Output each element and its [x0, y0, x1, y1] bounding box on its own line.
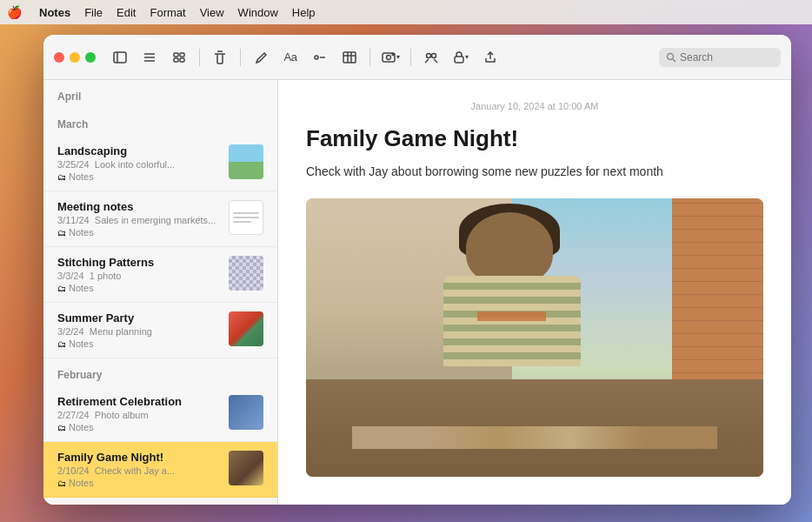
folder-icon-summer: 🗂 — [57, 339, 66, 349]
list-view-button[interactable] — [137, 45, 162, 70]
toolbar-separator-4 — [410, 49, 411, 66]
note-footer-landscaping: 🗂 Notes — [57, 171, 222, 182]
note-meta-landscaping: 3/25/24 Look into colorful... — [57, 159, 222, 170]
note-folder-summer: Notes — [69, 338, 94, 349]
checklist-button[interactable] — [308, 45, 332, 70]
note-item-meeting[interactable]: Meeting notes 3/11/24 Sales in emerging … — [43, 191, 277, 247]
note-folder-landscaping: Notes — [69, 171, 94, 182]
note-folder-meeting: Notes — [69, 227, 94, 238]
note-footer-retirement: 🗂 Notes — [57, 422, 222, 432]
folder-icon-meeting: 🗂 — [57, 228, 66, 238]
table-button[interactable] — [337, 45, 362, 70]
folder-icon-game-night: 🗂 — [57, 478, 66, 488]
note-item-stitching[interactable]: Stitching Patterns 3/3/24 1 photo 🗂 Note… — [43, 247, 277, 303]
svg-rect-11 — [343, 52, 356, 63]
note-thumb-meeting — [229, 200, 263, 235]
scene — [306, 198, 763, 477]
menubar: 🍎 Notes File Edit Format View Window Hel… — [0, 0, 812, 24]
traffic-lights — [54, 52, 96, 63]
svg-rect-20 — [455, 57, 463, 63]
svg-point-21 — [668, 53, 674, 59]
note-footer-summer: 🗂 Notes — [57, 338, 222, 349]
folder-icon-retirement: 🗂 — [57, 423, 66, 432]
search-icon — [666, 52, 676, 63]
note-meta-stitching: 3/3/24 1 photo — [57, 271, 222, 281]
sidebar-toggle-button[interactable] — [108, 45, 132, 70]
scene-person — [397, 212, 626, 393]
sidebar: April March Landscaping 3/25/24 Look int… — [43, 80, 278, 505]
note-detail[interactable]: January 10, 2024 at 10:00 AM Family Game… — [278, 80, 791, 505]
menubar-format[interactable]: Format — [150, 6, 185, 19]
menubar-window[interactable]: Window — [238, 6, 278, 19]
note-info-retirement: Retirement Celebration 2/27/24 Photo alb… — [57, 395, 222, 432]
toolbar-separator-2 — [240, 49, 241, 66]
menubar-edit[interactable]: Edit — [116, 6, 136, 19]
note-thumb-summer — [229, 311, 263, 346]
toolbar-separator-3 — [369, 49, 370, 66]
note-meta-summer: 3/2/24 Menu planning — [57, 326, 222, 337]
note-meta-meeting: 3/11/24 Sales in emerging markets... — [57, 215, 222, 225]
toolbar: Aa ▾ — [43, 35, 791, 80]
close-button[interactable] — [54, 52, 64, 63]
delete-button[interactable] — [208, 45, 232, 70]
menubar-help[interactable]: Help — [292, 6, 316, 19]
note-image-container — [306, 198, 763, 477]
section-header-february: February — [43, 358, 277, 386]
menubar-notes[interactable]: Notes — [39, 6, 70, 19]
person-head — [466, 212, 553, 284]
note-item-retirement[interactable]: Retirement Celebration 2/27/24 Photo alb… — [43, 386, 277, 442]
text-format-button[interactable]: Aa — [278, 45, 303, 70]
search-input[interactable] — [680, 51, 767, 64]
note-info-landscaping: Landscaping 3/25/24 Look into colorful..… — [57, 144, 222, 182]
gallery-view-button[interactable] — [167, 45, 191, 70]
photo-button[interactable]: ▾ — [378, 45, 403, 70]
note-title-summer: Summer Party — [57, 311, 222, 325]
person-body — [443, 276, 581, 366]
svg-rect-8 — [180, 58, 184, 62]
note-info-game-night: Family Game Night! 2/10/24 Check with Ja… — [57, 451, 222, 488]
svg-rect-15 — [383, 53, 395, 62]
svg-point-18 — [427, 53, 431, 57]
note-thumb-retirement — [229, 395, 263, 430]
app-window: Aa ▾ — [43, 35, 791, 505]
svg-point-17 — [392, 53, 394, 55]
minimize-button[interactable] — [70, 52, 80, 63]
note-info-stitching: Stitching Patterns 3/3/24 1 photo 🗂 Note… — [57, 256, 222, 293]
section-header-march: March — [43, 108, 277, 136]
share-button[interactable] — [478, 45, 503, 70]
toolbar-separator-1 — [199, 49, 200, 66]
note-date: January 10, 2024 at 10:00 AM — [306, 101, 763, 111]
note-folder-stitching: Notes — [69, 283, 94, 293]
note-meta-retirement: 2/27/24 Photo album — [57, 410, 222, 420]
menubar-view[interactable]: View — [200, 6, 224, 19]
content-area: April March Landscaping 3/25/24 Look int… — [43, 80, 791, 505]
new-note-button[interactable] — [249, 45, 273, 70]
svg-point-16 — [386, 55, 390, 59]
svg-rect-5 — [174, 53, 178, 57]
svg-point-9 — [315, 56, 318, 59]
svg-point-19 — [432, 53, 436, 57]
note-heading: Family Game Night! — [306, 125, 763, 152]
apple-menu[interactable]: 🍎 — [7, 5, 22, 19]
note-item-landscaping[interactable]: Landscaping 3/25/24 Look into colorful..… — [43, 136, 277, 191]
note-body: Check with Jay about borrowing some new … — [306, 163, 763, 181]
note-info-meeting: Meeting notes 3/11/24 Sales in emerging … — [57, 200, 222, 238]
note-info-summer: Summer Party 3/2/24 Menu planning 🗂 Note… — [57, 311, 222, 349]
section-header-april: April — [43, 80, 277, 108]
note-thumb-landscaping — [229, 144, 263, 179]
lock-button[interactable]: ▾ — [449, 45, 473, 70]
maximize-button[interactable] — [85, 52, 96, 63]
note-title-stitching: Stitching Patterns — [57, 256, 222, 269]
menubar-file[interactable]: File — [84, 6, 103, 19]
note-item-summer[interactable]: Summer Party 3/2/24 Menu planning 🗂 Note… — [43, 303, 277, 358]
svg-rect-0 — [114, 52, 126, 63]
note-title-game-night: Family Game Night! — [57, 451, 222, 464]
note-folder-game-night: Notes — [69, 478, 94, 488]
scene-puzzle — [352, 426, 718, 449]
note-meta-game-night: 2/10/24 Check with Jay a... — [57, 465, 222, 476]
note-item-game-night[interactable]: Family Game Night! 2/10/24 Check with Ja… — [43, 442, 277, 498]
search-box[interactable] — [659, 48, 781, 67]
collaborate-button[interactable] — [419, 45, 443, 70]
note-thumb-stitching — [229, 256, 263, 291]
note-footer-meeting: 🗂 Notes — [57, 227, 222, 238]
